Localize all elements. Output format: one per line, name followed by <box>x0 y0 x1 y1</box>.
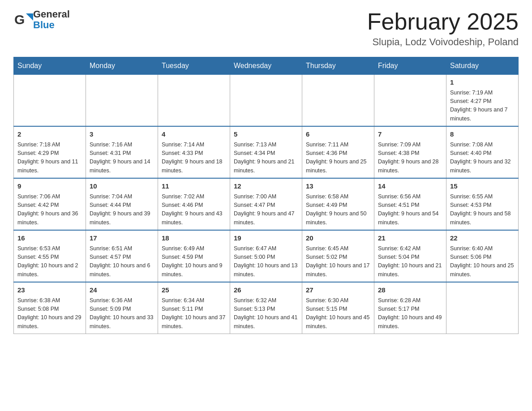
calendar-day-cell: 13Sunrise: 6:58 AM Sunset: 4:49 PM Dayli… <box>302 178 374 230</box>
calendar-week-row: 16Sunrise: 6:53 AM Sunset: 4:55 PM Dayli… <box>14 230 519 282</box>
calendar-day-cell <box>302 75 374 127</box>
day-info: Sunrise: 6:38 AM Sunset: 5:08 PM Dayligh… <box>17 296 82 331</box>
day-info: Sunrise: 6:36 AM Sunset: 5:09 PM Dayligh… <box>90 296 154 331</box>
calendar-day-cell: 9Sunrise: 7:06 AM Sunset: 4:42 PM Daylig… <box>14 178 86 230</box>
header-wednesday: Wednesday <box>230 57 302 75</box>
calendar-week-row: 23Sunrise: 6:38 AM Sunset: 5:08 PM Dayli… <box>14 282 519 334</box>
calendar-day-cell: 24Sunrise: 6:36 AM Sunset: 5:09 PM Dayli… <box>86 282 158 334</box>
day-number: 26 <box>234 285 298 295</box>
calendar-day-cell: 1Sunrise: 7:19 AM Sunset: 4:27 PM Daylig… <box>446 75 519 127</box>
day-info: Sunrise: 7:04 AM Sunset: 4:44 PM Dayligh… <box>90 193 154 227</box>
day-number: 20 <box>306 233 370 244</box>
day-number: 23 <box>17 285 82 295</box>
day-number: 4 <box>162 129 226 140</box>
calendar-header-row: Sunday Monday Tuesday Wednesday Thursday… <box>14 57 519 75</box>
month-title: February 2025 <box>367 9 519 34</box>
day-number: 13 <box>306 181 370 192</box>
header-tuesday: Tuesday <box>158 57 230 75</box>
day-info: Sunrise: 6:40 AM Sunset: 5:06 PM Dayligh… <box>450 244 515 279</box>
logo: G General Blue <box>13 9 70 30</box>
calendar-day-cell: 21Sunrise: 6:42 AM Sunset: 5:04 PM Dayli… <box>374 230 446 282</box>
day-number: 14 <box>378 181 442 192</box>
day-number: 25 <box>162 285 226 295</box>
calendar-day-cell: 5Sunrise: 7:13 AM Sunset: 4:34 PM Daylig… <box>230 126 302 178</box>
calendar-day-cell: 27Sunrise: 6:30 AM Sunset: 5:15 PM Dayli… <box>302 282 374 334</box>
day-number: 2 <box>17 129 82 140</box>
header-saturday: Saturday <box>446 57 519 75</box>
calendar-day-cell <box>374 75 446 127</box>
calendar-day-cell: 22Sunrise: 6:40 AM Sunset: 5:06 PM Dayli… <box>446 230 519 282</box>
day-info: Sunrise: 7:14 AM Sunset: 4:33 PM Dayligh… <box>162 141 226 176</box>
calendar-day-cell: 15Sunrise: 6:55 AM Sunset: 4:53 PM Dayli… <box>446 178 519 230</box>
day-info: Sunrise: 6:49 AM Sunset: 4:59 PM Dayligh… <box>162 244 226 279</box>
header-sunday: Sunday <box>14 57 86 75</box>
day-info: Sunrise: 7:08 AM Sunset: 4:40 PM Dayligh… <box>450 141 515 176</box>
day-info: Sunrise: 6:34 AM Sunset: 5:11 PM Dayligh… <box>162 296 226 331</box>
logo-blue: Blue <box>33 19 55 30</box>
day-info: Sunrise: 7:06 AM Sunset: 4:42 PM Dayligh… <box>17 193 82 227</box>
calendar-day-cell <box>14 75 86 127</box>
header-friday: Friday <box>374 57 446 75</box>
day-info: Sunrise: 7:00 AM Sunset: 4:47 PM Dayligh… <box>234 193 298 227</box>
header-monday: Monday <box>86 57 158 75</box>
day-number: 17 <box>90 233 154 244</box>
calendar-day-cell: 26Sunrise: 6:32 AM Sunset: 5:13 PM Dayli… <box>230 282 302 334</box>
day-info: Sunrise: 6:58 AM Sunset: 4:49 PM Dayligh… <box>306 193 370 227</box>
calendar-day-cell: 7Sunrise: 7:09 AM Sunset: 4:38 PM Daylig… <box>374 126 446 178</box>
day-info: Sunrise: 7:09 AM Sunset: 4:38 PM Dayligh… <box>378 141 442 176</box>
day-number: 28 <box>378 285 442 295</box>
day-info: Sunrise: 6:42 AM Sunset: 5:04 PM Dayligh… <box>378 244 442 279</box>
day-info: Sunrise: 7:13 AM Sunset: 4:34 PM Dayligh… <box>234 141 298 176</box>
day-info: Sunrise: 6:51 AM Sunset: 4:57 PM Dayligh… <box>90 244 154 279</box>
location: Slupia, Lodz Voivodeship, Poland <box>367 36 519 48</box>
calendar-day-cell: 4Sunrise: 7:14 AM Sunset: 4:33 PM Daylig… <box>158 126 230 178</box>
calendar-day-cell: 16Sunrise: 6:53 AM Sunset: 4:55 PM Dayli… <box>14 230 86 282</box>
header-thursday: Thursday <box>302 57 374 75</box>
calendar-day-cell: 8Sunrise: 7:08 AM Sunset: 4:40 PM Daylig… <box>446 126 519 178</box>
day-number: 18 <box>162 233 226 244</box>
day-info: Sunrise: 6:53 AM Sunset: 4:55 PM Dayligh… <box>17 244 82 279</box>
day-number: 9 <box>17 181 82 192</box>
calendar-day-cell: 20Sunrise: 6:45 AM Sunset: 5:02 PM Dayli… <box>302 230 374 282</box>
day-number: 6 <box>306 129 370 140</box>
calendar-day-cell: 10Sunrise: 7:04 AM Sunset: 4:44 PM Dayli… <box>86 178 158 230</box>
calendar-week-row: 1Sunrise: 7:19 AM Sunset: 4:27 PM Daylig… <box>14 75 519 127</box>
title-section: February 2025 Slupia, Lodz Voivodeship, … <box>367 9 519 48</box>
calendar-day-cell: 17Sunrise: 6:51 AM Sunset: 4:57 PM Dayli… <box>86 230 158 282</box>
calendar-day-cell: 28Sunrise: 6:28 AM Sunset: 5:17 PM Dayli… <box>374 282 446 334</box>
day-info: Sunrise: 6:47 AM Sunset: 5:00 PM Dayligh… <box>234 244 298 279</box>
calendar-table: Sunday Monday Tuesday Wednesday Thursday… <box>13 57 519 334</box>
day-number: 7 <box>378 129 442 140</box>
page-header: G General Blue February 2025 Slupia, Lod… <box>13 9 519 48</box>
day-number: 12 <box>234 181 298 192</box>
calendar-day-cell: 3Sunrise: 7:16 AM Sunset: 4:31 PM Daylig… <box>86 126 158 178</box>
day-number: 11 <box>162 181 226 192</box>
calendar-day-cell: 23Sunrise: 6:38 AM Sunset: 5:08 PM Dayli… <box>14 282 86 334</box>
calendar-week-row: 2Sunrise: 7:18 AM Sunset: 4:29 PM Daylig… <box>14 126 519 178</box>
calendar-day-cell: 19Sunrise: 6:47 AM Sunset: 5:00 PM Dayli… <box>230 230 302 282</box>
calendar-day-cell: 6Sunrise: 7:11 AM Sunset: 4:36 PM Daylig… <box>302 126 374 178</box>
day-number: 15 <box>450 181 515 192</box>
day-info: Sunrise: 6:28 AM Sunset: 5:17 PM Dayligh… <box>378 296 442 331</box>
calendar-day-cell: 18Sunrise: 6:49 AM Sunset: 4:59 PM Dayli… <box>158 230 230 282</box>
day-number: 27 <box>306 285 370 295</box>
day-info: Sunrise: 7:11 AM Sunset: 4:36 PM Dayligh… <box>306 141 370 176</box>
day-info: Sunrise: 7:16 AM Sunset: 4:31 PM Dayligh… <box>90 141 154 176</box>
calendar-day-cell: 14Sunrise: 6:56 AM Sunset: 4:51 PM Dayli… <box>374 178 446 230</box>
day-number: 16 <box>17 233 82 244</box>
logo-icon: G <box>13 10 33 30</box>
day-info: Sunrise: 6:32 AM Sunset: 5:13 PM Dayligh… <box>234 296 298 331</box>
day-number: 1 <box>450 77 515 88</box>
day-number: 19 <box>234 233 298 244</box>
day-number: 8 <box>450 129 515 140</box>
day-number: 22 <box>450 233 515 244</box>
day-info: Sunrise: 6:45 AM Sunset: 5:02 PM Dayligh… <box>306 244 370 279</box>
calendar-day-cell <box>230 75 302 127</box>
day-number: 24 <box>90 285 154 295</box>
calendar-day-cell: 12Sunrise: 7:00 AM Sunset: 4:47 PM Dayli… <box>230 178 302 230</box>
day-info: Sunrise: 7:02 AM Sunset: 4:46 PM Dayligh… <box>162 193 226 227</box>
day-number: 5 <box>234 129 298 140</box>
svg-text:G: G <box>14 12 25 27</box>
logo-general: General <box>33 9 70 20</box>
day-info: Sunrise: 6:56 AM Sunset: 4:51 PM Dayligh… <box>378 193 442 227</box>
